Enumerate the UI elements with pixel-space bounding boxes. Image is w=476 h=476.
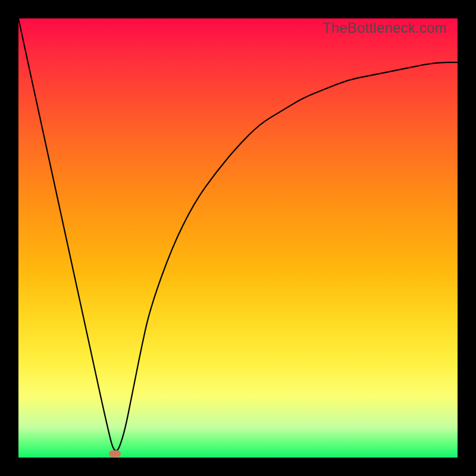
curve-svg [18,18,458,458]
watermark-text: TheBottleneck.com [322,20,447,36]
plot-area: TheBottleneck.com [18,18,458,458]
minimum-marker [109,450,121,457]
curve-path [18,18,458,451]
chart-frame: TheBottleneck.com [0,0,476,476]
